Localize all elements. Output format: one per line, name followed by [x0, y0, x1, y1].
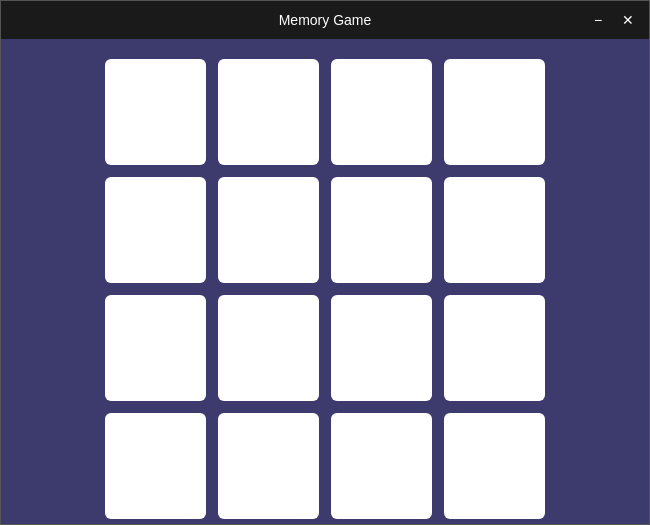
card-0[interactable]: [105, 59, 206, 165]
card-9[interactable]: [218, 295, 319, 401]
app-window: Memory Game − ✕: [0, 0, 650, 525]
card-8[interactable]: [105, 295, 206, 401]
game-area: [1, 39, 649, 525]
card-14[interactable]: [331, 413, 432, 519]
card-7[interactable]: [444, 177, 545, 283]
card-10[interactable]: [331, 295, 432, 401]
card-6[interactable]: [331, 177, 432, 283]
card-5[interactable]: [218, 177, 319, 283]
card-1[interactable]: [218, 59, 319, 165]
card-11[interactable]: [444, 295, 545, 401]
window-title: Memory Game: [279, 12, 372, 28]
title-bar: Memory Game − ✕: [1, 1, 649, 39]
card-13[interactable]: [218, 413, 319, 519]
minimize-button[interactable]: −: [585, 8, 611, 32]
card-15[interactable]: [444, 413, 545, 519]
card-2[interactable]: [331, 59, 432, 165]
card-grid: [105, 59, 545, 519]
close-button[interactable]: ✕: [615, 8, 641, 32]
card-3[interactable]: [444, 59, 545, 165]
card-4[interactable]: [105, 177, 206, 283]
window-controls: − ✕: [585, 8, 641, 32]
card-12[interactable]: [105, 413, 206, 519]
